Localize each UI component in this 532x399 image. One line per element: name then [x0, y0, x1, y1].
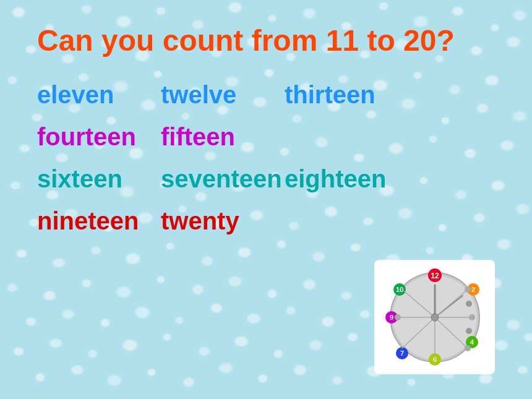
word-twelve: twelve [161, 76, 285, 113]
svg-point-17 [466, 301, 472, 307]
word-seventeen: seventeen [161, 160, 285, 197]
word-thirteen: thirteen [285, 76, 408, 113]
word-fourteen: fourteen [37, 118, 161, 155]
svg-point-34 [431, 314, 439, 321]
svg-text:12: 12 [431, 272, 439, 280]
svg-text:9: 9 [389, 314, 393, 321]
word-eighteen: eighteen [285, 160, 408, 197]
svg-point-31 [395, 314, 401, 320]
svg-text:4: 4 [470, 338, 474, 346]
word-empty-r4c3 [285, 202, 408, 239]
words-grid: eleven twelve thirteen fourteen fifteen … [37, 76, 495, 239]
page-title: Can you count from 11 to 20? [37, 25, 495, 58]
word-fifteen: fifteen [161, 118, 285, 155]
word-twenty: twenty [161, 202, 285, 239]
svg-text:2: 2 [471, 286, 474, 293]
clock-image: 12 2 4 6 7 9 10 [374, 260, 495, 374]
svg-point-33 [465, 286, 471, 293]
word-nineteen: nineteen [37, 202, 161, 239]
svg-point-30 [469, 314, 475, 320]
word-sixteen: sixteen [37, 160, 161, 197]
clock-svg: 12 2 4 6 7 9 10 [376, 262, 494, 373]
svg-point-18 [466, 328, 472, 334]
svg-point-32 [465, 345, 471, 351]
word-empty-r2c3 [285, 118, 408, 155]
svg-text:7: 7 [400, 350, 403, 357]
word-eleven: eleven [37, 76, 161, 113]
